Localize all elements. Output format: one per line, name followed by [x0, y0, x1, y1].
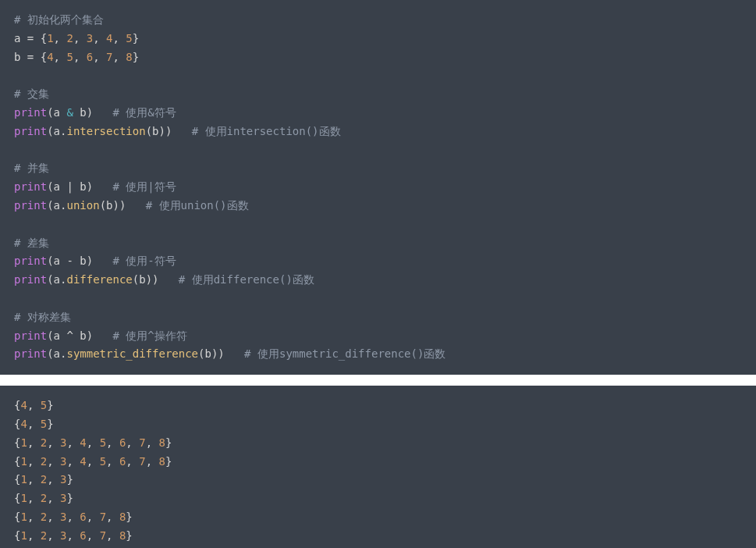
comma: , — [66, 455, 80, 468]
output-number: 1 — [20, 455, 27, 468]
comma: , — [47, 511, 60, 523]
output-number: 5 — [100, 436, 106, 449]
output-number: 5 — [100, 455, 106, 468]
paren: ( — [47, 199, 53, 212]
comma: , — [27, 492, 41, 504]
comma: , — [73, 51, 87, 63]
brace: } — [133, 51, 139, 63]
operator: = — [20, 51, 40, 63]
comment: # 对称差集 — [14, 311, 71, 323]
identifier: a — [54, 329, 60, 342]
comma: , — [47, 529, 60, 542]
brace: { — [41, 32, 47, 44]
identifier: a — [54, 125, 60, 137]
comment: # 使用intersection()函数 — [192, 125, 341, 137]
output-number: 7 — [139, 436, 145, 449]
output-number: 6 — [80, 511, 86, 523]
comma: , — [27, 473, 41, 486]
builtin-print: print — [14, 273, 47, 286]
comma: , — [93, 51, 106, 63]
operator-xor: ^ — [66, 329, 73, 342]
identifier: b — [152, 125, 158, 137]
comma: , — [126, 455, 139, 468]
comma: , — [93, 32, 106, 44]
comment: # 初始化两个集合 — [14, 13, 104, 26]
brace: { — [41, 51, 47, 63]
output-number: 2 — [41, 511, 47, 523]
output-number: 2 — [41, 492, 47, 504]
comma: , — [106, 529, 119, 542]
paren: ( — [47, 106, 53, 119]
comma: , — [47, 492, 60, 504]
comma: , — [146, 436, 159, 449]
paren: ) — [87, 254, 93, 267]
brace: } — [47, 399, 53, 411]
brace: } — [66, 473, 73, 486]
output-number: 1 — [20, 436, 27, 449]
operator-or: | — [66, 180, 73, 193]
space — [159, 273, 179, 286]
comma: , — [87, 529, 100, 542]
method-intersection: intersection — [66, 125, 145, 137]
comma: , — [126, 436, 139, 449]
operator-and: & — [66, 106, 73, 119]
number-literal: 2 — [66, 32, 73, 44]
comment: # 使用symmetric_difference()函数 — [244, 347, 445, 360]
paren: ) — [87, 180, 93, 193]
comma: , — [87, 511, 100, 523]
output-number: 2 — [41, 473, 47, 486]
output-number: 5 — [41, 418, 47, 430]
comment: # 使用difference()函数 — [179, 273, 314, 286]
builtin-print: print — [14, 180, 47, 193]
comma: , — [27, 418, 41, 430]
comma: , — [113, 32, 126, 44]
output-number: 8 — [159, 455, 165, 468]
number-literal: 1 — [47, 32, 53, 44]
brace: } — [133, 32, 139, 44]
comma: , — [146, 455, 159, 468]
space — [172, 125, 191, 137]
paren: ) — [87, 329, 93, 342]
brace: } — [126, 511, 132, 523]
identifier: b — [80, 329, 86, 342]
brace: } — [126, 529, 132, 542]
output-number: 7 — [139, 455, 145, 468]
comma: , — [27, 436, 41, 449]
space — [93, 329, 112, 342]
identifier: b — [106, 199, 112, 212]
operator: = — [20, 32, 40, 44]
output-number: 4 — [20, 418, 27, 430]
identifier: b — [80, 254, 86, 267]
output-number: 1 — [20, 473, 27, 486]
comma: , — [47, 436, 60, 449]
block-separator — [0, 375, 756, 386]
output-number: 5 — [41, 399, 47, 411]
paren: ( — [47, 273, 53, 286]
brace: } — [66, 492, 73, 504]
number-literal: 7 — [106, 51, 112, 63]
comma: , — [106, 436, 119, 449]
output-number: 6 — [80, 529, 86, 542]
paren: ( — [47, 254, 53, 267]
paren: ) — [152, 273, 158, 286]
comment: # 使用-符号 — [113, 254, 176, 267]
comma: , — [47, 473, 60, 486]
identifier: a — [54, 106, 60, 119]
identifier: b — [80, 180, 86, 193]
identifier: a — [54, 254, 60, 267]
output-number: 7 — [100, 511, 106, 523]
output-number: 1 — [20, 529, 27, 542]
comma: , — [106, 455, 119, 468]
identifier: b — [80, 106, 86, 119]
builtin-print: print — [14, 199, 47, 212]
output-number: 4 — [80, 436, 86, 449]
number-literal: 5 — [66, 51, 73, 63]
identifier: a — [54, 180, 60, 193]
comment: # 交集 — [14, 87, 49, 100]
output-number: 7 — [100, 529, 106, 542]
identifier: b — [139, 273, 145, 286]
output-number: 2 — [41, 455, 47, 468]
output-number: 4 — [80, 455, 86, 468]
output-number: 4 — [20, 399, 27, 411]
brace: } — [165, 436, 172, 449]
